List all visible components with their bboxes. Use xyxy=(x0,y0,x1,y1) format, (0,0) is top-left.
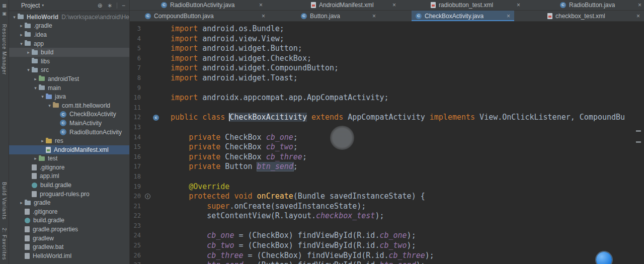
xml-file-icon xyxy=(547,13,552,19)
gutter-spacer xyxy=(141,73,167,83)
tree-item-gradle[interactable]: ▸gradle xyxy=(9,198,129,207)
floating-button[interactable] xyxy=(596,252,612,264)
close-icon[interactable]: × xyxy=(392,2,396,9)
close-icon[interactable]: × xyxy=(507,13,510,20)
chevron-down-icon[interactable]: ▾ xyxy=(46,103,53,108)
tab-compoundbutton-java[interactable]: CCompoundButton.java× xyxy=(141,11,269,21)
hide-icon[interactable]: − xyxy=(122,3,125,9)
chevron-right-icon[interactable]: ▸ xyxy=(32,156,39,161)
tool-button-favorites[interactable]: 2: Favorites xyxy=(2,228,7,260)
chevron-down-icon[interactable]: ▾ xyxy=(39,94,46,99)
class-icon[interactable]: c xyxy=(153,115,159,121)
tab-radiobutton-java[interactable]: CRadioButton.java× xyxy=(556,0,644,10)
tree-item-label: .gitignore xyxy=(40,164,64,171)
chevron-right-icon[interactable]: ▸ xyxy=(32,76,39,81)
tab-radiobuttonactivity-java[interactable]: CRadioButtonActivity.java× xyxy=(157,0,267,10)
scrollbar-mark xyxy=(636,130,641,132)
gutter-spacer xyxy=(141,133,167,143)
chevron-right-icon[interactable]: ▸ xyxy=(25,50,32,55)
override-icon[interactable]: ↑ xyxy=(145,194,150,199)
tree-item-gradle-properties[interactable]: gradle.properties xyxy=(9,225,129,234)
tree-item-label: RadioButtonActivity xyxy=(69,129,122,136)
gutter-spacer xyxy=(141,123,167,133)
tree-item-gitignore[interactable]: .gitignore xyxy=(9,207,129,216)
tree-item-gradle[interactable]: ▸.gradle xyxy=(9,22,129,31)
tab-button-java[interactable]: CButton.java× xyxy=(297,11,380,21)
chevron-down-icon[interactable]: ▾ xyxy=(18,41,25,46)
folder-amber-icon xyxy=(46,139,52,143)
close-icon[interactable]: × xyxy=(636,13,640,20)
grid-icon[interactable]: ▦ xyxy=(2,4,7,8)
tab-row-2: CCompoundButton.java×CButton.java×CCheck… xyxy=(130,11,644,22)
close-icon[interactable]: × xyxy=(638,2,641,9)
code-line: 15 private CheckBox cb_two; xyxy=(130,142,644,152)
tree-item-com-ttit-helloworld[interactable]: ▾com.ttit.helloworld xyxy=(9,101,129,110)
tab-label: RadioButton.java xyxy=(569,2,615,9)
file-icon xyxy=(25,209,30,215)
tree-item-app[interactable]: ▾app xyxy=(9,39,129,48)
tree-item-label: HelloWorld xyxy=(27,14,58,21)
tree-item-build-gradle[interactable]: build.gradle xyxy=(9,181,129,190)
tool-button-build-variants[interactable]: Build Variants xyxy=(2,182,7,220)
code-line: 8import android.widget.Toast; xyxy=(130,73,644,83)
folder-green-icon xyxy=(39,156,45,161)
code-editor[interactable]: 3import android.os.Bundle;4import androi… xyxy=(130,22,644,264)
tab-checkbox-test-xml[interactable]: checkbox_test.xml× xyxy=(543,11,644,21)
tree-item-radiobuttonactivity[interactable]: CRadioButtonActivity xyxy=(9,128,129,137)
tree-item-test[interactable]: ▸test xyxy=(9,154,129,163)
tree-item-src[interactable]: ▾src xyxy=(9,66,129,75)
chevron-down-icon[interactable]: ▾ xyxy=(32,85,39,91)
tree-item-gradlew-bat[interactable]: gradlew.bat xyxy=(9,242,129,251)
tree-item-gradlew[interactable]: gradlew xyxy=(9,234,129,243)
code-line: 10import androidx.appcompat.app.AppCompa… xyxy=(130,93,644,103)
tree-item-build[interactable]: ▸build xyxy=(9,48,129,57)
tab-label: AndroidManifest.xml xyxy=(319,2,374,9)
settings-icon[interactable]: ∗ xyxy=(107,3,112,9)
line-number: 7 xyxy=(130,63,141,73)
code-text: cb_two = (CheckBox) findViewById(R.id.cb… xyxy=(167,241,644,251)
code-line: 18 xyxy=(130,172,644,182)
tab-radiobutton-test-xml[interactable]: radiobutton_test.xml× xyxy=(427,0,524,10)
chevron-down-icon[interactable]: ▾ xyxy=(42,3,44,8)
tree-item-label: build.gradle xyxy=(40,182,71,189)
close-icon[interactable]: × xyxy=(372,13,376,20)
close-icon[interactable]: × xyxy=(259,2,263,9)
chevron-right-icon[interactable]: ▸ xyxy=(18,200,25,205)
tree-item-helloworld-iml[interactable]: HelloWorld.iml xyxy=(9,251,129,260)
tree-item-idea[interactable]: ▸.idea xyxy=(9,30,129,39)
tree-item-java[interactable]: ▾java xyxy=(9,92,129,101)
tree-item-gitignore[interactable]: .gitignore xyxy=(9,163,129,172)
code-text: private CheckBox cb_two; xyxy=(167,142,644,152)
tree-item-libs[interactable]: libs xyxy=(9,57,129,66)
tree-item-helloworld[interactable]: ▾HelloWorldD:\workspace\android\Hel xyxy=(9,13,129,22)
line-number: 23 xyxy=(130,221,141,231)
line-number: 27 xyxy=(130,260,141,264)
chevron-right-icon[interactable]: ▸ xyxy=(18,32,25,37)
close-icon[interactable]: × xyxy=(517,2,520,9)
tree-item-res[interactable]: ▸res xyxy=(9,136,129,145)
chevron-down-icon[interactable]: ▾ xyxy=(11,15,18,20)
tool-button-resource-manager[interactable]: Resource Manager xyxy=(2,24,7,75)
gutter-spacer xyxy=(141,152,167,162)
chevron-right-icon[interactable]: ▸ xyxy=(18,23,25,28)
tree-item-build-gradle[interactable]: build.gradle xyxy=(9,216,129,225)
tab-androidmanifest-xml[interactable]: AndroidManifest.xml× xyxy=(307,0,400,10)
tree-item-androidtest[interactable]: ▸androidTest xyxy=(9,74,129,83)
tree-item-androidmanifest-xml[interactable]: AndroidManifest.xml xyxy=(9,145,129,154)
chevron-down-icon[interactable]: ▾ xyxy=(25,67,32,72)
gutter-spacer xyxy=(141,172,167,182)
gutter-spacer xyxy=(141,44,167,54)
chevron-right-icon[interactable]: ▸ xyxy=(39,138,46,143)
window-icon[interactable]: ▣ xyxy=(2,12,7,16)
tab-label: Button.java xyxy=(310,13,340,20)
tree-item-mainactivity[interactable]: CMainActivity xyxy=(9,119,129,128)
project-panel-title[interactable]: Project xyxy=(21,2,40,9)
close-icon[interactable]: × xyxy=(262,13,265,20)
code-text xyxy=(167,172,644,182)
tree-item-proguard-rules-pro[interactable]: proguard-rules.pro xyxy=(9,190,129,199)
tab-checkboxactivity-java[interactable]: CCheckBoxActivity.java× xyxy=(412,11,514,21)
tree-item-main[interactable]: ▾main xyxy=(9,83,129,93)
tree-item-checkboxactivity[interactable]: CCheckBoxActivity xyxy=(9,110,129,119)
tree-item-app-iml[interactable]: app.iml xyxy=(9,172,129,181)
locate-icon[interactable]: ⊕ xyxy=(98,3,103,9)
